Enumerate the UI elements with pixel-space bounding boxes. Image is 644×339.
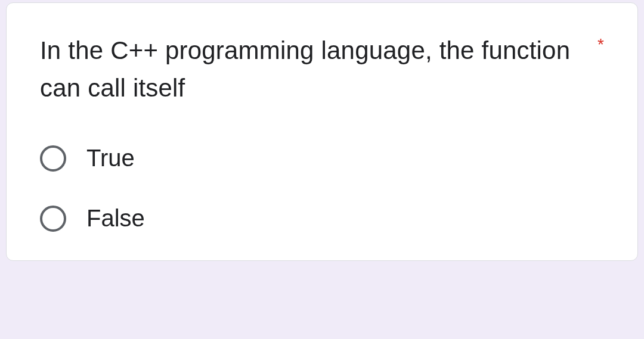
option-false[interactable]: False xyxy=(40,205,604,232)
question-row: In the C++ programming language, the fun… xyxy=(40,32,604,107)
option-true[interactable]: True xyxy=(40,145,604,172)
radio-icon[interactable] xyxy=(40,145,66,172)
radio-icon[interactable] xyxy=(40,206,66,232)
question-card: In the C++ programming language, the fun… xyxy=(6,2,638,261)
option-label: True xyxy=(86,145,135,172)
option-label: False xyxy=(86,205,145,232)
question-text: In the C++ programming language, the fun… xyxy=(40,32,583,107)
options-group: True False xyxy=(40,145,604,232)
required-indicator: * xyxy=(597,36,604,53)
